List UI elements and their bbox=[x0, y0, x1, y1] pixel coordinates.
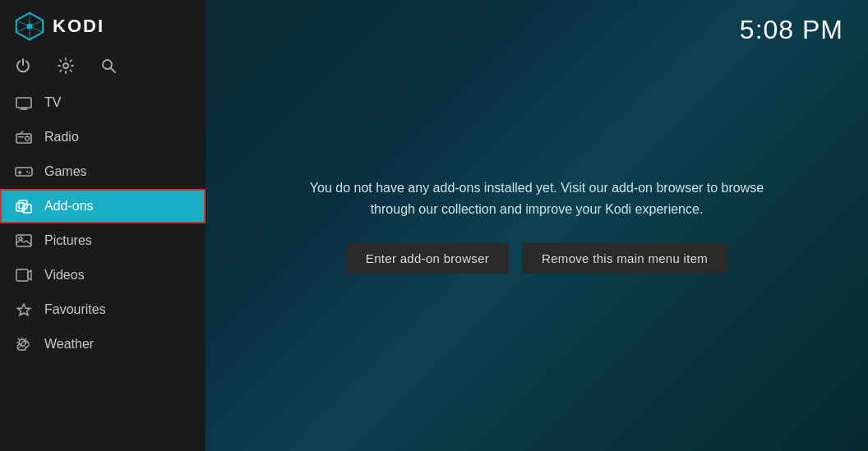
sidebar-item-addons-label: Add-ons bbox=[44, 199, 94, 214]
remove-menu-item-button[interactable]: Remove this main menu item bbox=[522, 243, 727, 274]
time-display: 5:08 PM bbox=[740, 15, 843, 45]
addons-icon bbox=[15, 197, 33, 215]
sidebar-item-videos[interactable]: Videos bbox=[0, 258, 205, 292]
svg-point-4 bbox=[26, 23, 32, 29]
svg-point-5 bbox=[63, 63, 68, 68]
sidebar-item-games-label: Games bbox=[44, 164, 87, 179]
pictures-icon bbox=[15, 232, 33, 250]
search-button[interactable] bbox=[100, 58, 117, 74]
sidebar-item-pictures[interactable]: Pictures bbox=[0, 223, 205, 258]
sidebar-item-tv-label: TV bbox=[44, 95, 61, 110]
svg-line-7 bbox=[111, 68, 115, 72]
app-title: KODI bbox=[53, 16, 104, 37]
tv-icon bbox=[15, 94, 33, 112]
sidebar: KODI bbox=[0, 0, 205, 451]
settings-button[interactable] bbox=[58, 58, 74, 74]
main-message: You do not have any add-ons installed ye… bbox=[307, 177, 767, 219]
weather-icon bbox=[15, 335, 33, 353]
sidebar-item-weather[interactable]: Weather bbox=[0, 327, 205, 361]
svg-point-6 bbox=[103, 60, 112, 69]
sidebar-item-radio[interactable]: Radio bbox=[0, 120, 205, 154]
main-content: 5:08 PM You do not have any add-ons inst… bbox=[205, 0, 868, 451]
games-icon bbox=[15, 163, 33, 181]
sidebar-item-addons[interactable]: Add-ons bbox=[0, 189, 205, 223]
sidebar-item-videos-label: Videos bbox=[44, 268, 85, 283]
top-icon-row bbox=[0, 53, 205, 85]
radio-icon bbox=[15, 128, 33, 146]
kodi-logo-icon bbox=[15, 12, 44, 41]
sidebar-item-tv[interactable]: TV bbox=[0, 85, 205, 120]
sidebar-item-favourites-label: Favourites bbox=[44, 302, 106, 317]
videos-icon bbox=[15, 266, 33, 284]
sidebar-item-weather-label: Weather bbox=[44, 337, 94, 352]
sidebar-item-favourites[interactable]: Favourites bbox=[0, 292, 205, 327]
svg-point-12 bbox=[25, 136, 30, 140]
sidebar-item-games[interactable]: Games bbox=[0, 154, 205, 189]
favourites-icon bbox=[15, 301, 33, 319]
power-button[interactable] bbox=[15, 58, 31, 74]
action-buttons: Enter add-on browser Remove this main me… bbox=[346, 243, 727, 274]
sidebar-nav: TV Radio bbox=[0, 85, 205, 451]
svg-rect-8 bbox=[16, 98, 31, 108]
enter-addon-browser-button[interactable]: Enter add-on browser bbox=[346, 243, 509, 274]
svg-rect-13 bbox=[18, 136, 24, 138]
app-header: KODI bbox=[0, 0, 205, 53]
svg-point-17 bbox=[26, 171, 28, 173]
sidebar-item-radio-label: Radio bbox=[44, 130, 79, 145]
svg-rect-24 bbox=[16, 269, 28, 281]
svg-point-18 bbox=[29, 173, 30, 174]
sidebar-item-pictures-label: Pictures bbox=[44, 233, 92, 248]
